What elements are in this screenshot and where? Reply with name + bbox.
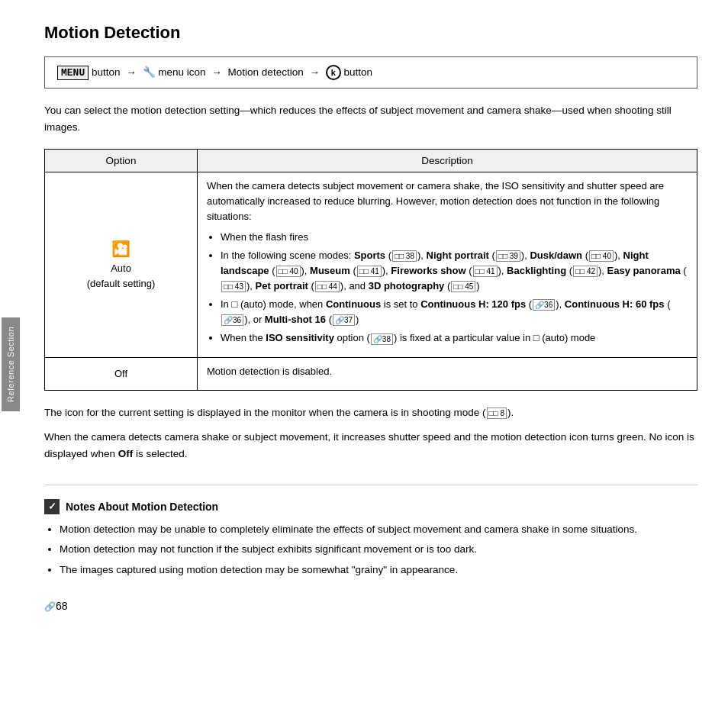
- desc-bullets-auto: When the flash fires In the following sc…: [221, 230, 688, 346]
- page-number: 🔗68: [44, 600, 697, 612]
- main-content: Motion Detection MENU button → 🔧 menu ic…: [21, 0, 728, 728]
- col-header-description: Description: [198, 150, 697, 172]
- bullet-continuous: In □ (auto) mode, when Continuous is set…: [221, 297, 688, 327]
- notes-item-2: Motion detection may not function if the…: [60, 542, 697, 558]
- off-label: Off: [114, 368, 127, 379]
- page-title: Motion Detection: [44, 23, 697, 43]
- page-num-value: 68: [56, 600, 68, 612]
- bullet-scene-modes: In the following scene modes: Sports (□□…: [221, 248, 688, 294]
- side-tab: Reference Section: [0, 0, 21, 728]
- arrow-2: →: [211, 66, 222, 78]
- table-row-auto: 🎦 Auto (default setting) When the camera…: [45, 172, 697, 357]
- motion-detection-nav: Motion detection: [228, 66, 304, 78]
- arrow-3: →: [309, 66, 320, 78]
- notes-item-1: Motion detection may be unable to comple…: [60, 522, 697, 538]
- desc-cell-auto: When the camera detects subject movement…: [198, 172, 697, 357]
- notes-item-3: The images captured using motion detecti…: [60, 562, 697, 578]
- desc-para-off: Motion detection is disabled.: [207, 364, 688, 379]
- col-header-option: Option: [45, 150, 198, 172]
- footer-line-1: The icon for the current setting is disp…: [44, 404, 697, 421]
- page-wrapper: Reference Section Motion Detection MENU …: [0, 0, 728, 728]
- intro-text: You can select the motion detection sett…: [44, 102, 697, 135]
- notes-header: ✓ Notes About Motion Detection: [44, 499, 697, 514]
- page-num-icon: 🔗: [44, 601, 56, 612]
- desc-para-auto: When the camera detects subject movement…: [207, 179, 688, 224]
- option-cell-auto: 🎦 Auto (default setting): [45, 172, 198, 357]
- menu-key: MENU: [57, 66, 89, 80]
- bullet-iso: When the ISO sensitivity option (🔗38) is…: [221, 330, 688, 346]
- side-tab-label: Reference Section: [2, 317, 20, 411]
- table-header-row: Option Description: [45, 150, 697, 172]
- notes-title: Notes About Motion Detection: [66, 501, 218, 513]
- bullet-flash: When the flash fires: [221, 230, 688, 245]
- auto-label: Auto: [111, 263, 131, 274]
- auto-icon: 🎦: [111, 240, 130, 257]
- notes-section: ✓ Notes About Motion Detection Motion de…: [44, 485, 697, 579]
- check-icon: ✓: [44, 499, 60, 514]
- footer-line-2: When the camera detects camera shake or …: [44, 429, 697, 463]
- ok-button-icon: k: [326, 65, 341, 80]
- arrow-1: →: [126, 66, 137, 78]
- menu-icon: 🔧: [143, 66, 156, 78]
- options-table: Option Description 🎦 Auto (default setti…: [44, 149, 697, 391]
- option-cell-off: Off: [45, 357, 198, 390]
- auto-sublabel: (default setting): [87, 278, 156, 289]
- notes-list: Motion detection may be unable to comple…: [60, 522, 697, 579]
- nav-box: MENU button → 🔧 menu icon → Motion detec…: [44, 56, 697, 89]
- desc-cell-off: Motion detection is disabled.: [198, 357, 697, 390]
- table-row-off: Off Motion detection is disabled.: [45, 357, 697, 390]
